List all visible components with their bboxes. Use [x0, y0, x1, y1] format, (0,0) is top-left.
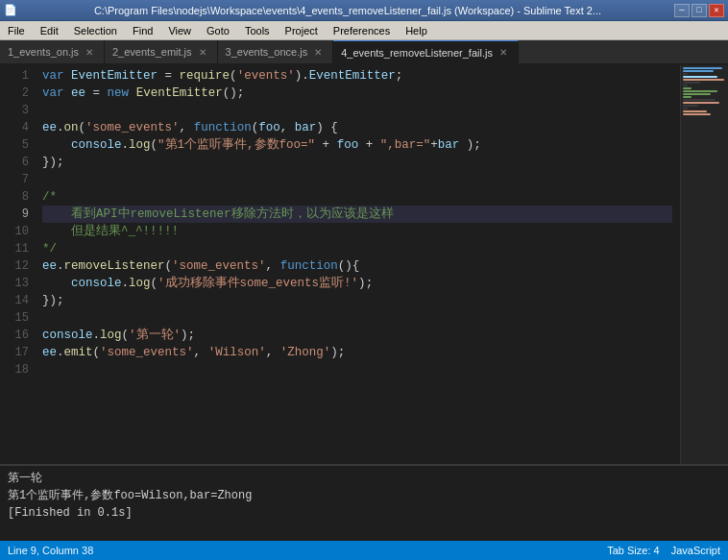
menu-file[interactable]: File	[0, 21, 33, 39]
line-num-6: 6	[0, 154, 29, 171]
menu-bar: File Edit Selection Find View Goto Tools…	[0, 21, 728, 40]
line-num-2: 2	[0, 85, 29, 102]
status-bar: Line 9, Column 38 Tab Size: 4 JavaScript	[0, 541, 728, 560]
menu-edit[interactable]: Edit	[33, 21, 66, 39]
code-line-16: console.log('第一轮');	[42, 327, 672, 344]
code-line-6: });	[42, 154, 672, 171]
tab-4-close[interactable]: ✕	[497, 46, 510, 60]
tab-size[interactable]: Tab Size: 4	[607, 545, 659, 556]
code-line-18	[42, 361, 672, 378]
minimize-button[interactable]: ─	[674, 4, 690, 17]
code-line-5: console.log("第1个监听事件,参数foo=" + foo + ",b…	[42, 136, 672, 154]
menu-goto[interactable]: Goto	[199, 21, 237, 39]
tab-2-close[interactable]: ✕	[196, 45, 209, 59]
line-numbers: 1 2 3 4 5 6 7 8 9 10 11 12 13 14 15 16 1…	[0, 65, 35, 464]
line-num-13: 13	[0, 275, 29, 292]
line-num-1: 1	[0, 67, 29, 85]
line-num-10: 10	[0, 223, 29, 240]
menu-find[interactable]: Find	[125, 21, 160, 39]
tab-1-label: 1_events_on.js	[8, 46, 79, 58]
line-num-16: 16	[0, 327, 29, 344]
code-line-10: 但是结果^_^!!!!!	[42, 223, 672, 240]
console-line-3: [Finished in 0.1s]	[8, 504, 720, 522]
menu-project[interactable]: Project	[278, 21, 326, 39]
line-num-7: 7	[0, 171, 29, 188]
code-line-3	[42, 102, 672, 119]
status-left: Line 9, Column 38	[8, 545, 93, 556]
code-line-8: /*	[42, 188, 672, 206]
code-line-17: ee.emit('some_events', 'Wilson', 'Zhong'…	[42, 344, 672, 361]
line-num-15: 15	[0, 309, 29, 327]
code-line-7	[42, 171, 672, 188]
status-right: Tab Size: 4 JavaScript	[607, 545, 720, 556]
window-controls: ─ □ ✕	[674, 4, 724, 17]
line-num-14: 14	[0, 292, 29, 309]
app-icon: 📄	[4, 4, 17, 16]
tab-3[interactable]: 3_events_once.js ✕	[218, 40, 334, 63]
tab-bar: 1_events_on.js ✕ 2_events_emit.js ✕ 3_ev…	[0, 40, 728, 65]
tab-4[interactable]: 4_events_removeListener_fail.js ✕	[333, 40, 519, 63]
code-line-4: ee.on('some_events', function(foo, bar) …	[42, 119, 672, 136]
menu-tools[interactable]: Tools	[237, 21, 278, 39]
code-line-12: ee.removeListener('some_events', functio…	[42, 257, 672, 275]
line-num-4: 4	[0, 119, 29, 136]
line-num-3: 3	[0, 102, 29, 119]
line-num-8: 8	[0, 188, 29, 206]
code-line-14: });	[42, 292, 672, 309]
menu-help[interactable]: Help	[398, 21, 435, 39]
close-button[interactable]: ✕	[709, 4, 724, 17]
code-line-1: var EventEmitter = require('events').Eve…	[42, 67, 672, 85]
editor-area: 1 2 3 4 5 6 7 8 9 10 11 12 13 14 15 16 1…	[0, 65, 728, 464]
console-line-1: 第一轮	[8, 470, 720, 487]
tab-1[interactable]: 1_events_on.js ✕	[0, 40, 105, 63]
line-num-5: 5	[0, 136, 29, 154]
line-num-9: 9	[0, 206, 29, 223]
line-num-11: 11	[0, 240, 29, 257]
code-line-13: console.log('成功移除事件some_events监听!');	[42, 275, 672, 292]
line-num-12: 12	[0, 257, 29, 275]
tab-4-label: 4_events_removeListener_fail.js	[341, 47, 493, 59]
code-area[interactable]: var EventEmitter = require('events').Eve…	[35, 65, 680, 464]
code-line-11: */	[42, 240, 672, 257]
line-num-18: 18	[0, 361, 29, 378]
tab-2-label: 2_events_emit.js	[112, 46, 192, 58]
tab-3-label: 3_events_once.js	[226, 46, 308, 58]
console-line-2: 第1个监听事件,参数foo=Wilson,bar=Zhong	[8, 487, 720, 504]
menu-preferences[interactable]: Preferences	[326, 21, 398, 39]
tab-3-close[interactable]: ✕	[311, 45, 325, 59]
title-bar: 📄 C:\Program Files\nodejs\Workspace\even…	[0, 0, 728, 21]
code-line-9: 看到API中removeListener移除方法时，以为应该是这样	[42, 206, 672, 223]
code-line-15	[42, 309, 672, 327]
window-title: C:\Program Files\nodejs\Workspace\events…	[21, 5, 674, 16]
line-num-17: 17	[0, 344, 29, 361]
minimap	[680, 65, 728, 464]
code-line-2: var ee = new EventEmitter();	[42, 85, 672, 102]
console-area: 第一轮 第1个监听事件,参数foo=Wilson,bar=Zhong [Fini…	[0, 464, 728, 541]
tab-1-close[interactable]: ✕	[83, 45, 96, 59]
maximize-button[interactable]: □	[692, 4, 707, 17]
menu-selection[interactable]: Selection	[66, 21, 125, 39]
language-mode[interactable]: JavaScript	[671, 545, 720, 556]
tab-2[interactable]: 2_events_emit.js ✕	[105, 40, 218, 63]
cursor-position: Line 9, Column 38	[8, 545, 93, 556]
menu-view[interactable]: View	[160, 21, 199, 39]
